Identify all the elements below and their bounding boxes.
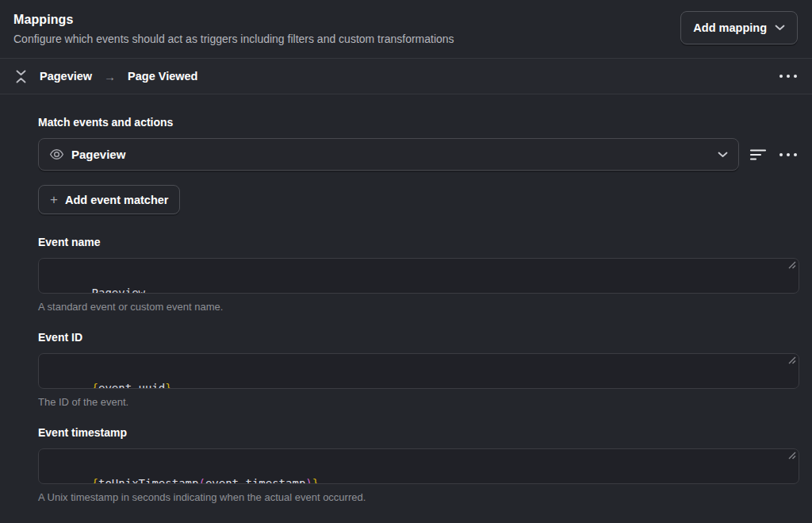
selected-event-label: Pageview [71, 148, 125, 161]
mapping-content: Match events and actions Pageview [0, 94, 812, 503]
field-label: Event ID [38, 331, 799, 344]
field-help-text: A Unix timestamp in seconds indicating w… [38, 491, 799, 503]
field-event-id: Event ID {event.uuid} The ID of the even… [38, 331, 799, 408]
event-matcher-row: Pageview [38, 138, 799, 171]
code-token: { [92, 382, 98, 389]
code-token: toUnixTimestamp [98, 477, 198, 484]
event-name-input[interactable]: Pageview [38, 258, 799, 294]
code-token: { [92, 477, 98, 484]
resize-grip-icon[interactable] [735, 258, 796, 290]
code-token: event.uuid [98, 382, 165, 389]
arrow-right-icon: → [104, 70, 116, 83]
field-event-name: Event name Pageview A standard event or … [38, 236, 799, 313]
field-label: Event name [38, 236, 799, 248]
plus-icon: + [50, 193, 58, 206]
event-id-input[interactable]: {event.uuid} [38, 353, 799, 389]
mapping-target-name: Page Viewed [128, 70, 197, 83]
event-matcher-select[interactable]: Pageview [38, 138, 739, 171]
mapping-source-name: Pageview [40, 70, 92, 83]
code-token: } [312, 477, 319, 484]
event-timestamp-input[interactable]: {toUnixTimestamp(event.timestamp)} [38, 448, 799, 484]
field-help-text: A standard event or custom event name. [38, 301, 799, 313]
resize-grip-icon[interactable] [735, 353, 796, 386]
eye-icon [49, 147, 64, 162]
field-help-text: The ID of the event. [38, 396, 799, 408]
chevron-down-icon [718, 152, 728, 158]
code-token: ( [198, 477, 205, 484]
collapse-icon[interactable] [13, 67, 29, 86]
code-token: event.timestamp [205, 477, 305, 484]
matcher-more-menu-icon[interactable] [777, 151, 799, 159]
resize-grip-icon[interactable] [735, 448, 796, 481]
code-token: } [165, 382, 171, 389]
add-mapping-button[interactable]: Add mapping [680, 11, 798, 44]
field-event-timestamp: Event timestamp {toUnixTimestamp(event.t… [38, 426, 799, 503]
code-token: Pageview [92, 286, 145, 294]
add-mapping-label: Add mapping [693, 21, 767, 34]
add-event-matcher-label: Add event matcher [65, 194, 169, 206]
chevron-down-icon [775, 25, 785, 31]
mappings-header: Mappings Configure which events should a… [0, 0, 812, 58]
filter-icon[interactable] [747, 145, 769, 164]
add-event-matcher-button[interactable]: + Add event matcher [38, 185, 180, 214]
row-more-menu-icon[interactable] [777, 72, 799, 80]
code-token: ) [305, 477, 312, 484]
field-label: Event timestamp [38, 426, 799, 439]
mapping-row[interactable]: Pageview → Page Viewed [0, 58, 812, 94]
match-events-label: Match events and actions [38, 116, 799, 129]
